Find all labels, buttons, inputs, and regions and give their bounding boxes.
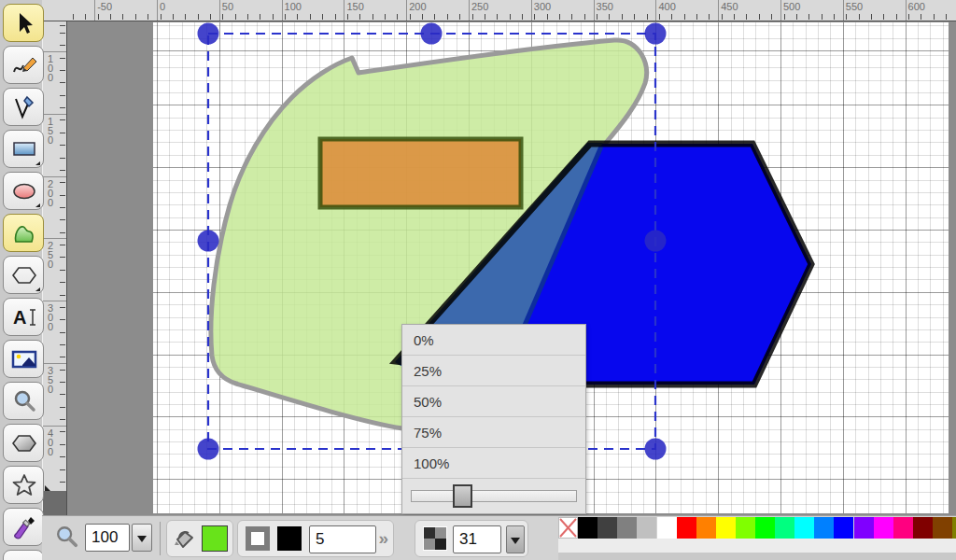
zoom-tool-button[interactable] [3, 382, 44, 420]
opacity-menu-item-0[interactable]: 0% [402, 325, 585, 356]
ruler-label: 350 [597, 1, 613, 12]
current-fill-swatch[interactable] [202, 525, 228, 552]
ellipse-tool-button[interactable] [3, 172, 44, 210]
palette-swatch[interactable] [657, 517, 677, 539]
ruler-label: 200 [48, 179, 57, 207]
palette-swatch[interactable] [696, 517, 716, 539]
horizontal-ruler-ticks [70, 14, 956, 20]
partial-tool-button[interactable] [3, 550, 44, 560]
ruler-label: 100 [48, 54, 57, 82]
select-tool-button[interactable] [3, 4, 44, 42]
palette-swatch[interactable] [834, 517, 853, 539]
ruler-major-tick [43, 114, 67, 115]
hexagon-filled-icon [11, 430, 37, 456]
stroke-width-input[interactable] [309, 525, 376, 553]
opacity-value-input[interactable] [453, 525, 501, 553]
pencil-scribble-icon [11, 52, 37, 78]
rectangle-icon [11, 136, 37, 162]
palette-lower-strip [558, 539, 956, 553]
ruler-major-tick [43, 176, 67, 177]
ruler-label: 250 [471, 1, 488, 12]
opacity-menu-item-50[interactable]: 50% [402, 386, 585, 417]
palette-swatch[interactable] [913, 517, 933, 539]
palette-swatch[interactable] [933, 517, 952, 539]
vertical-ruler-ticks [60, 21, 65, 515]
ruler-label: 350 [48, 366, 57, 394]
opacity-group [415, 520, 528, 557]
blob-tool-button[interactable] [3, 214, 44, 252]
palette-swatch[interactable] [814, 517, 834, 539]
palette-swatch[interactable] [952, 517, 956, 539]
picture-icon [11, 346, 37, 372]
ruler-label: 400 [48, 428, 57, 456]
stroke-style-swatch[interactable] [246, 526, 270, 551]
paint-bucket-icon[interactable] [171, 526, 197, 553]
ruler-label: 250 [48, 241, 57, 269]
ruler-corner [42, 0, 67, 21]
ruler-label: -50 [97, 1, 112, 12]
hexagon-outline-icon [11, 262, 37, 288]
drawing-app-window: -50050100150200250300350400450500550600 … [0, 0, 956, 560]
ruler-major-tick [157, 0, 158, 21]
polygon-tool-button[interactable] [3, 256, 44, 294]
palette-swatch[interactable] [598, 517, 617, 539]
image-tool-button[interactable] [3, 340, 44, 378]
eyedropper-icon [11, 514, 37, 540]
opacity-dropdown-button[interactable] [506, 525, 525, 553]
zoom-level-input[interactable] [85, 524, 130, 552]
pen-tool-button[interactable] [3, 88, 44, 126]
text-tool-button[interactable]: A [3, 298, 44, 336]
ruler-label: 300 [534, 1, 551, 12]
opacity-menu-item-25[interactable]: 25% [402, 356, 585, 386]
stroke-color-swatch[interactable] [277, 526, 302, 551]
star-tool-button[interactable] [3, 466, 44, 504]
palette-bottom-strip [558, 553, 956, 560]
palette-swatch[interactable] [677, 517, 696, 539]
submenu-corner-arrow [35, 200, 40, 207]
opacity-menu-item-100[interactable]: 100% [402, 448, 585, 479]
ruler-end-block [43, 491, 66, 515]
ruler-major-tick [655, 0, 656, 21]
ruler-major-tick [531, 0, 532, 21]
ruler-major-tick [469, 0, 470, 21]
ruler-major-tick [219, 0, 220, 21]
ruler-major-tick [780, 0, 781, 21]
palette-swatch[interactable] [874, 517, 893, 539]
ruler-major-tick [906, 0, 907, 21]
red-x-icon [559, 518, 577, 538]
palette-swatch[interactable] [736, 517, 755, 539]
palette-swatch[interactable] [637, 517, 656, 539]
ruler-label: 150 [346, 1, 363, 12]
palette-swatch[interactable] [893, 517, 913, 539]
ruler-major-tick [43, 301, 67, 301]
opacity-slider-thumb[interactable] [453, 484, 472, 508]
shape-tool-button[interactable] [3, 424, 44, 462]
status-toolbar: » [42, 515, 956, 560]
ruler-label: 400 [658, 1, 675, 12]
ruler-major-tick [282, 0, 283, 21]
fill-color-group [166, 520, 233, 557]
ruler-major-tick [94, 0, 95, 21]
palette-swatch[interactable] [578, 517, 598, 539]
vertical-ruler: 100150200250300350400 [42, 21, 67, 515]
palette-swatch[interactable] [716, 517, 736, 539]
palette-swatch[interactable] [794, 517, 814, 539]
ruler-label: 450 [721, 1, 738, 12]
more-options-chevron[interactable]: » [378, 528, 388, 549]
freehand-tool-button[interactable] [3, 46, 44, 84]
palette-swatch[interactable] [755, 517, 775, 539]
ruler-label: 100 [285, 1, 302, 12]
zoom-dropdown-button[interactable] [132, 524, 152, 552]
svg-text:A: A [13, 307, 26, 328]
blob-shape-icon [11, 220, 37, 246]
palette-swatch[interactable] [775, 517, 794, 539]
ruler-major-tick [344, 0, 344, 21]
rectangle-tool-button[interactable] [3, 130, 44, 168]
opacity-menu-item-75[interactable]: 75% [402, 417, 585, 448]
palette-swatch[interactable] [854, 517, 874, 539]
opacity-slider-track[interactable] [411, 490, 577, 502]
eyedropper-tool-button[interactable] [3, 508, 44, 546]
no-color-swatch[interactable] [558, 517, 578, 539]
gradient-checker-icon[interactable] [423, 526, 447, 551]
palette-swatch[interactable] [617, 517, 637, 539]
